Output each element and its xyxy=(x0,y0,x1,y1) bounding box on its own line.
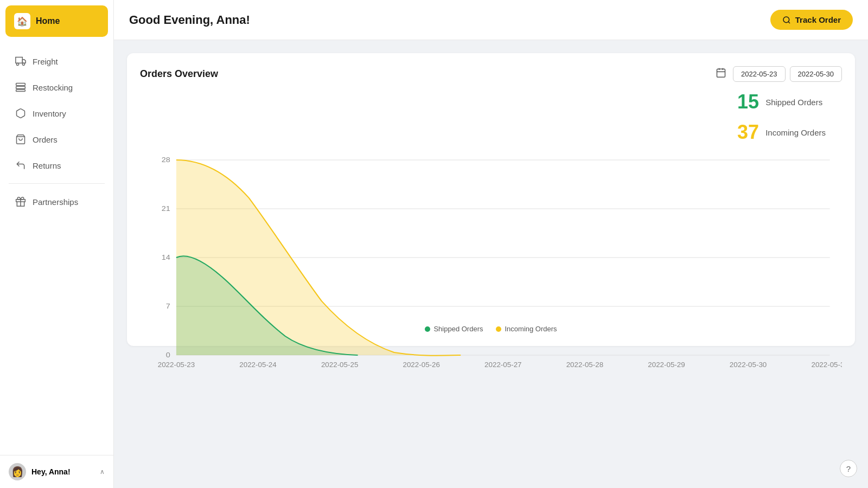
svg-text:14: 14 xyxy=(162,254,170,261)
svg-text:2022-05-27: 2022-05-27 xyxy=(484,361,521,369)
returns-icon xyxy=(15,160,26,171)
user-greeting: Hey, Anna! xyxy=(31,467,94,476)
chart-area: 0 7 14 21 28 2022-05-23 2022-05-24 2022-… xyxy=(140,91,842,318)
restocking-icon xyxy=(15,82,26,93)
inventory-icon xyxy=(15,108,26,119)
sidebar: 🏠 Home Freight Restocking Inventory O xyxy=(0,0,114,488)
logo-icon: 🏠 xyxy=(14,13,30,29)
sidebar-logo-label: Home xyxy=(36,16,60,26)
help-button[interactable]: ? xyxy=(840,460,857,477)
freight-label: Freight xyxy=(33,57,58,66)
svg-rect-3 xyxy=(16,84,25,86)
svg-point-1 xyxy=(17,63,19,65)
content-area: Orders Overview 2022-05-23 2022-05-30 15… xyxy=(114,40,868,488)
sidebar-item-freight[interactable]: Freight xyxy=(4,49,109,74)
help-icon: ? xyxy=(846,464,851,473)
page-title: Good Evening, Anna! xyxy=(129,13,250,27)
svg-text:7: 7 xyxy=(166,303,170,310)
track-order-button[interactable]: Track Order xyxy=(770,10,853,30)
date-start-button[interactable]: 2022-05-23 xyxy=(733,66,786,82)
sidebar-item-returns[interactable]: Returns xyxy=(4,153,109,178)
sidebar-item-partnerships[interactable]: Partnerships xyxy=(4,189,109,214)
svg-text:2022-05-26: 2022-05-26 xyxy=(403,361,440,369)
sidebar-nav: Freight Restocking Inventory Orders Retu… xyxy=(0,42,113,455)
svg-text:0: 0 xyxy=(166,351,170,359)
svg-text:2022-05-25: 2022-05-25 xyxy=(321,361,358,369)
svg-text:21: 21 xyxy=(162,205,170,213)
svg-rect-0 xyxy=(16,57,22,63)
sidebar-item-orders[interactable]: Orders xyxy=(4,127,109,152)
chevron-up-icon: ∧ xyxy=(100,468,105,476)
svg-rect-9 xyxy=(717,69,725,77)
svg-text:2022-05-30: 2022-05-30 xyxy=(730,361,767,369)
restocking-label: Restocking xyxy=(33,83,73,92)
returns-label: Returns xyxy=(33,161,61,170)
sidebar-item-inventory[interactable]: Inventory xyxy=(4,101,109,126)
orders-chart: 0 7 14 21 28 2022-05-23 2022-05-24 2022-… xyxy=(140,144,842,371)
search-icon xyxy=(782,16,791,24)
topbar: Good Evening, Anna! Track Order xyxy=(114,0,868,40)
svg-text:2022-05-23: 2022-05-23 xyxy=(158,361,195,369)
partnerships-label: Partnerships xyxy=(33,197,78,207)
svg-rect-5 xyxy=(16,89,25,91)
main-content: Good Evening, Anna! Track Order Orders O… xyxy=(114,0,868,488)
inventory-label: Inventory xyxy=(33,109,66,118)
svg-text:28: 28 xyxy=(162,156,170,164)
chart-title: Orders Overview xyxy=(140,68,218,80)
nav-divider xyxy=(9,183,105,184)
date-range-controls: 2022-05-23 2022-05-30 xyxy=(716,66,842,82)
sidebar-home-button[interactable]: 🏠 Home xyxy=(5,5,108,37)
svg-text:2022-05-28: 2022-05-28 xyxy=(566,361,603,369)
partnerships-icon xyxy=(15,196,26,207)
calendar-icon xyxy=(716,67,726,81)
svg-point-2 xyxy=(22,63,24,65)
sidebar-item-restocking[interactable]: Restocking xyxy=(4,75,109,100)
orders-overview-card: Orders Overview 2022-05-23 2022-05-30 15… xyxy=(127,53,855,346)
svg-text:2022-05-31: 2022-05-31 xyxy=(811,361,842,369)
svg-point-8 xyxy=(783,17,789,23)
orders-label: Orders xyxy=(33,135,58,144)
svg-text:2022-05-29: 2022-05-29 xyxy=(648,361,685,369)
track-order-label: Track Order xyxy=(795,15,841,24)
svg-rect-4 xyxy=(16,86,25,88)
sidebar-user-area[interactable]: 👩 Hey, Anna! ∧ xyxy=(0,455,113,488)
avatar: 👩 xyxy=(9,463,26,480)
orders-icon xyxy=(15,134,26,145)
date-end-button[interactable]: 2022-05-30 xyxy=(790,66,843,82)
svg-text:2022-05-24: 2022-05-24 xyxy=(239,361,276,369)
freight-icon xyxy=(15,56,26,67)
chart-header: Orders Overview 2022-05-23 2022-05-30 xyxy=(140,66,842,82)
